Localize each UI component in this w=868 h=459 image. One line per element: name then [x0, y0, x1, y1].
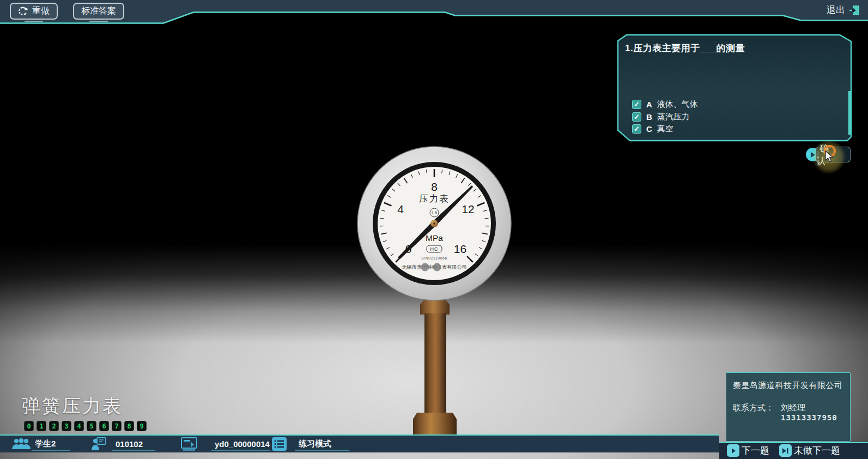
dial-smudge-dot: [433, 263, 441, 271]
svg-text:8: 8: [431, 180, 438, 193]
contact-phone: 13313337950: [781, 413, 837, 422]
answer-option-a[interactable]: ✓ A 液体、气体: [632, 99, 698, 110]
student-id: 010102: [116, 439, 143, 449]
status-bar-right: 下一题 未做下一题: [719, 442, 868, 459]
contact-label: 联系方式：: [733, 403, 774, 413]
contact-name: 刘经理: [781, 403, 805, 413]
practice-mode: 练习模式: [299, 439, 331, 449]
pressure-gauge[interactable]: 0481216 压力表 1.5 MPa HC S/N02110066 无锡市惠华…: [353, 142, 516, 305]
monitor-cursor-icon: [180, 437, 198, 451]
field-underline: [32, 450, 70, 451]
standard-answer-label: 标准答案: [81, 5, 116, 17]
question-badge-9[interactable]: 9: [137, 421, 147, 431]
accuracy-class: 1.5: [432, 210, 437, 215]
scene-title: 弹簧压力表: [22, 394, 123, 419]
gauge-hub-pin: [433, 222, 435, 225]
redo-icon: [18, 6, 28, 16]
mode-icon-wrap: [272, 436, 287, 452]
app-window: 0481216 压力表 1.5 MPa HC S/N02110066 无锡市惠华…: [0, 0, 868, 459]
session-id: yd0_00000014: [215, 439, 270, 449]
person-presentation-icon: [90, 437, 107, 451]
field-underline: [112, 450, 155, 451]
question-badge-3[interactable]: 3: [62, 421, 71, 431]
svg-text:16: 16: [454, 243, 466, 255]
confirm-button[interactable]: 确 认: [816, 147, 851, 162]
checkbox-checked-icon[interactable]: ✓: [632, 112, 641, 122]
answer-option-b[interactable]: ✓ B 蒸汽压力: [632, 112, 690, 122]
question-badge-1[interactable]: 1: [37, 421, 46, 431]
people-group-icon: [11, 438, 32, 450]
id-icon-wrap: [90, 436, 107, 452]
status-bar: 学生2 010102 yd0_00000014: [0, 434, 719, 452]
question-badge-5[interactable]: 5: [87, 421, 96, 431]
question-badge-8[interactable]: 8: [124, 421, 134, 431]
question-badge-0[interactable]: 0: [24, 421, 34, 431]
list-icon: [272, 437, 287, 451]
question-badge-7[interactable]: 7: [112, 421, 122, 431]
option-letter: C: [646, 124, 652, 134]
gauge-title: 压力表: [419, 194, 450, 203]
option-letter: A: [646, 100, 652, 109]
question-badge-2[interactable]: 2: [49, 421, 59, 431]
student-name: 学生2: [35, 439, 56, 449]
question-number-badges: 0 1 2 3 4 5 6 7 8 9: [24, 421, 147, 431]
checkbox-checked-icon[interactable]: ✓: [632, 124, 641, 134]
gauge-serial: S/N02110066: [421, 256, 447, 260]
session-icon-wrap: [180, 436, 198, 452]
exit-button[interactable]: 退出: [827, 4, 860, 16]
svg-text:4: 4: [397, 203, 404, 215]
company-info-panel: 秦皇岛源道科技开发有限公司 联系方式： 刘经理 13313337950: [726, 372, 851, 442]
field-underline: [211, 450, 270, 451]
next-arrow-icon: [727, 444, 739, 457]
gauge-unit: MPa: [426, 233, 443, 243]
gauge-pipe-hex-nut: [413, 413, 457, 437]
company-name: 秦皇岛源道科技开发有限公司: [733, 381, 843, 391]
question-badge-4[interactable]: 4: [74, 421, 84, 431]
button-underline-decoration: [89, 21, 108, 22]
gauge-pipe-tube: [424, 313, 446, 414]
option-label: 液体、气体: [657, 99, 698, 110]
students-icon-wrap: [11, 436, 32, 452]
dial-smudge-dot: [421, 263, 429, 271]
next-question-label: 下一题: [742, 444, 769, 457]
top-bar: [0, 0, 868, 25]
redo-button-label: 重做: [32, 5, 50, 17]
question-badge-6[interactable]: 6: [99, 421, 109, 431]
field-underline: [295, 450, 349, 451]
checkbox-checked-icon[interactable]: ✓: [632, 100, 641, 109]
answer-option-c[interactable]: ✓ C 真空: [632, 124, 673, 134]
option-label: 蒸汽压力: [657, 112, 690, 122]
next-undone-question-button[interactable]: 未做下一题: [779, 444, 840, 457]
button-underline-decoration: [25, 21, 43, 22]
svg-text:12: 12: [462, 203, 474, 215]
exit-door-icon: [848, 4, 860, 16]
skip-next-icon: [779, 444, 792, 457]
option-label: 真空: [657, 124, 673, 134]
exit-label: 退出: [827, 4, 845, 16]
cert-mark: HC: [430, 246, 439, 252]
next-question-button[interactable]: 下一题: [727, 444, 769, 457]
standard-answer-button[interactable]: 标准答案: [73, 3, 124, 20]
question-title: 1.压力表主要用于___的测量: [625, 42, 840, 55]
next-undone-label: 未做下一题: [794, 444, 840, 457]
redo-button[interactable]: 重做: [10, 3, 58, 20]
option-letter: B: [646, 112, 652, 122]
